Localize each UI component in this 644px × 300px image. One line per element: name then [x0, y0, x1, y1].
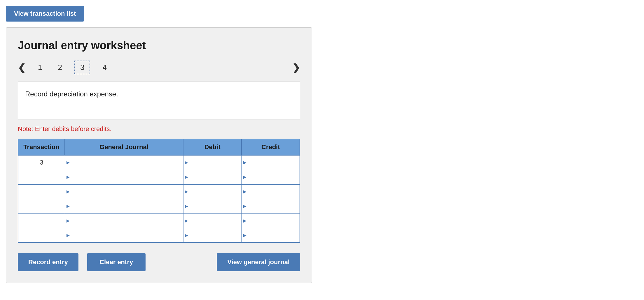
pagination-next-button[interactable]: ❯ [292, 63, 300, 72]
header-credit: Credit [242, 139, 300, 155]
debit-cell-3[interactable]: ► [183, 184, 242, 199]
debit-cell-4[interactable]: ► [183, 199, 242, 213]
table-row: ► ► ► [18, 184, 300, 199]
description-box: Record depreciation expense. [18, 82, 300, 119]
pagination-prev-button[interactable]: ❮ [18, 63, 26, 72]
journal-input-6[interactable] [65, 228, 183, 242]
debit-cell-2[interactable]: ► [183, 170, 242, 184]
journal-cell-4[interactable]: ► [65, 199, 183, 213]
journal-input-2[interactable] [65, 170, 183, 184]
table-row: ► ► ► [18, 170, 300, 184]
header-debit: Debit [183, 139, 242, 155]
transaction-cell-5 [18, 213, 65, 228]
worksheet-title: Journal entry worksheet [18, 39, 300, 52]
credit-input-2[interactable] [242, 170, 300, 184]
credit-input-6[interactable] [242, 228, 300, 242]
header-general-journal: General Journal [65, 139, 183, 155]
credit-cell-1[interactable]: ► [242, 155, 300, 170]
credit-cell-4[interactable]: ► [242, 199, 300, 213]
credit-cell-2[interactable]: ► [242, 170, 300, 184]
journal-cell-3[interactable]: ► [65, 184, 183, 199]
journal-cell-1[interactable]: ► [65, 155, 183, 170]
journal-input-1[interactable] [65, 156, 183, 170]
credit-input-3[interactable] [242, 185, 300, 199]
credit-input-1[interactable] [242, 156, 300, 170]
debit-cell-5[interactable]: ► [183, 213, 242, 228]
view-transaction-button[interactable]: View transaction list [6, 6, 84, 22]
credit-cell-3[interactable]: ► [242, 184, 300, 199]
table-row: ► ► ► [18, 199, 300, 213]
credit-input-5[interactable] [242, 214, 300, 228]
debit-cell-6[interactable]: ► [183, 228, 242, 243]
debit-input-5[interactable] [183, 214, 242, 228]
debit-input-3[interactable] [183, 185, 242, 199]
record-entry-button[interactable]: Record entry [18, 253, 78, 271]
table-row: ► ► ► [18, 228, 300, 243]
note-text: Note: Enter debits before credits. [18, 125, 300, 133]
page-3-active[interactable]: 3 [74, 61, 90, 74]
transaction-value-1: 3 [40, 159, 43, 166]
credit-input-4[interactable] [242, 199, 300, 213]
transaction-cell-1: 3 [18, 155, 65, 170]
page-1[interactable]: 1 [34, 61, 46, 74]
journal-table: Transaction General Journal Debit Credit… [18, 139, 300, 243]
transaction-cell-4 [18, 199, 65, 213]
credit-cell-5[interactable]: ► [242, 213, 300, 228]
transaction-cell-2 [18, 170, 65, 184]
worksheet-container: Journal entry worksheet ❮ 1 2 3 4 ❯ Reco… [6, 27, 312, 283]
journal-input-3[interactable] [65, 185, 183, 199]
journal-input-5[interactable] [65, 214, 183, 228]
view-general-journal-button[interactable]: View general journal [217, 253, 300, 271]
table-row: 3 ► ► ► [18, 155, 300, 170]
journal-input-4[interactable] [65, 199, 183, 213]
journal-cell-5[interactable]: ► [65, 213, 183, 228]
debit-input-6[interactable] [183, 228, 242, 242]
transaction-cell-6 [18, 228, 65, 243]
table-header-row: Transaction General Journal Debit Credit [18, 139, 300, 155]
pagination: ❮ 1 2 3 4 ❯ [18, 61, 300, 74]
page-2[interactable]: 2 [54, 61, 65, 74]
debit-input-4[interactable] [183, 199, 242, 213]
page-4[interactable]: 4 [99, 61, 110, 74]
debit-input-2[interactable] [183, 170, 242, 184]
journal-cell-2[interactable]: ► [65, 170, 183, 184]
debit-input-1[interactable] [183, 156, 242, 170]
clear-entry-button[interactable]: Clear entry [87, 253, 146, 271]
header-transaction: Transaction [18, 139, 65, 155]
journal-cell-6[interactable]: ► [65, 228, 183, 243]
transaction-cell-3 [18, 184, 65, 199]
credit-cell-6[interactable]: ► [242, 228, 300, 243]
top-bar: View transaction list [6, 6, 638, 22]
table-row: ► ► ► [18, 213, 300, 228]
bottom-buttons: Record entry Clear entry View general jo… [18, 253, 300, 271]
debit-cell-1[interactable]: ► [183, 155, 242, 170]
